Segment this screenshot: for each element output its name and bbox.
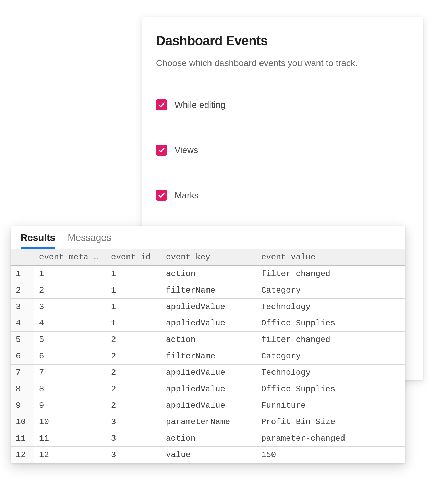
cell-event_key: appliedValue (161, 299, 256, 315)
cell-event_value: Technology (256, 365, 405, 381)
results-grid: event_meta_id event_id event_key event_v… (11, 249, 405, 463)
cell-event_key: appliedValue (161, 315, 256, 331)
row-number-cell: 8 (11, 381, 34, 397)
cell-event_id: 2 (106, 332, 161, 348)
cell-event_meta_id: 8 (34, 381, 106, 397)
cell-event_key: action (161, 430, 256, 446)
cell-event_key: action (161, 332, 256, 348)
column-header[interactable]: event_id (106, 249, 161, 265)
cell-event_id: 3 (106, 414, 161, 430)
cell-event_value: Category (256, 348, 405, 364)
cell-event_id: 2 (106, 397, 161, 414)
cell-event_id: 1 (106, 266, 161, 282)
checkbox-checked-icon[interactable] (156, 99, 167, 110)
cell-event_id: 3 (106, 430, 161, 446)
cell-event_key: parameterName (161, 414, 256, 430)
cell-event_key: appliedValue (161, 381, 256, 397)
tab-results[interactable]: Results (21, 230, 55, 249)
cell-event_id: 1 (106, 299, 161, 315)
cell-event_value: filter-changed (256, 332, 405, 348)
table-row[interactable]: 662filterNameCategory (11, 348, 405, 365)
cell-event_key: appliedValue (161, 365, 256, 381)
table-row[interactable]: 10103parameterNameProfit Bin Size (11, 414, 405, 430)
table-row[interactable]: 882appliedValueOffice Supplies (11, 381, 405, 397)
row-number-cell: 2 (11, 282, 34, 298)
cell-event_value: parameter-changed (256, 430, 405, 446)
row-number-cell: 3 (11, 299, 34, 315)
cell-event_meta_id: 12 (34, 447, 106, 463)
cell-event_id: 2 (106, 381, 161, 397)
table-row[interactable]: 11113actionparameter-changed (11, 430, 405, 447)
cell-event_id: 2 (106, 365, 161, 381)
row-number-cell: 7 (11, 365, 34, 381)
row-number-cell: 11 (11, 430, 34, 446)
results-tab-bar: Results Messages (11, 226, 405, 249)
checkbox-checked-icon[interactable] (156, 190, 167, 201)
cell-event_meta_id: 2 (34, 282, 106, 298)
cell-event_id: 1 (106, 315, 161, 331)
row-number-cell: 1 (11, 266, 34, 282)
cell-event_value: Furniture (256, 397, 405, 414)
cell-event_meta_id: 3 (34, 299, 106, 315)
row-number-cell: 4 (11, 315, 34, 331)
cell-event_meta_id: 1 (34, 266, 106, 282)
table-row[interactable]: 221filterNameCategory (11, 282, 405, 299)
cell-event_id: 3 (106, 447, 161, 463)
option-views[interactable]: Views (156, 145, 410, 156)
cell-event_meta_id: 5 (34, 332, 106, 348)
cell-event_key: value (161, 447, 256, 463)
cell-event_value: filter-changed (256, 266, 405, 282)
cell-event_id: 2 (106, 348, 161, 364)
cell-event_value: Profit Bin Size (256, 414, 405, 430)
grid-header-row: event_meta_id event_id event_key event_v… (11, 249, 405, 266)
option-label: Marks (174, 190, 199, 201)
event-options-list: While editing Views Marks (156, 99, 410, 201)
table-row[interactable]: 772appliedValueTechnology (11, 365, 405, 381)
cell-event_value: 150 (256, 447, 405, 463)
table-row[interactable]: 441appliedValueOffice Supplies (11, 315, 405, 332)
cell-event_key: filterName (161, 348, 256, 364)
table-row[interactable]: 331appliedValueTechnology (11, 299, 405, 315)
cell-event_value: Office Supplies (256, 381, 405, 397)
cell-event_value: Technology (256, 299, 405, 315)
card-description: Choose which dashboard events you want t… (156, 58, 410, 69)
option-label: Views (174, 145, 198, 156)
table-row[interactable]: 552actionfilter-changed (11, 332, 405, 348)
cell-event_key: action (161, 266, 256, 282)
row-number-cell: 12 (11, 447, 34, 463)
column-header[interactable]: event_meta_id (34, 249, 106, 265)
checkbox-checked-icon[interactable] (156, 145, 167, 156)
cell-event_meta_id: 6 (34, 348, 106, 364)
tab-messages[interactable]: Messages (68, 230, 111, 249)
option-marks[interactable]: Marks (156, 190, 410, 201)
option-while-editing[interactable]: While editing (156, 99, 410, 110)
cell-event_key: appliedValue (161, 397, 256, 414)
row-number-cell: 10 (11, 414, 34, 430)
column-header[interactable]: event_key (161, 249, 256, 265)
cell-event_key: filterName (161, 282, 256, 298)
grid-corner-cell (11, 249, 34, 265)
card-title: Dashboard Events (156, 34, 410, 48)
cell-event_meta_id: 10 (34, 414, 106, 430)
option-label: While editing (174, 100, 226, 110)
column-header[interactable]: event_value (256, 249, 405, 265)
cell-event_meta_id: 11 (34, 430, 106, 446)
cell-event_value: Office Supplies (256, 315, 405, 331)
row-number-cell: 5 (11, 332, 34, 348)
cell-event_meta_id: 9 (34, 397, 106, 414)
row-number-cell: 9 (11, 397, 34, 414)
results-panel: Results Messages event_meta_id event_id … (11, 226, 405, 463)
cell-event_id: 1 (106, 282, 161, 298)
table-row[interactable]: 992appliedValueFurniture (11, 397, 405, 414)
cell-event_meta_id: 7 (34, 365, 106, 381)
cell-event_value: Category (256, 282, 405, 298)
table-row[interactable]: 111actionfilter-changed (11, 266, 405, 282)
cell-event_meta_id: 4 (34, 315, 106, 331)
table-row[interactable]: 12123value150 (11, 447, 405, 463)
row-number-cell: 6 (11, 348, 34, 364)
